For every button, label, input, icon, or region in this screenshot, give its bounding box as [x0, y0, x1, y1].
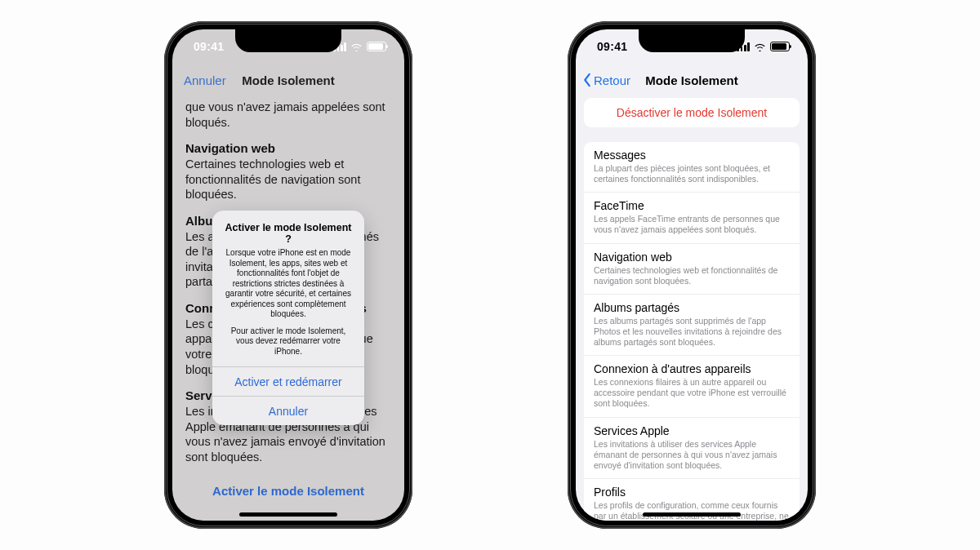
- item-title: Navigation web: [594, 251, 790, 264]
- wifi-icon: [350, 42, 363, 51]
- home-indicator[interactable]: [643, 512, 741, 517]
- item-title: Connexion à d'autres appareils: [594, 362, 790, 375]
- wifi-icon: [754, 42, 766, 51]
- alert-cancel-button[interactable]: Annuler: [212, 396, 364, 425]
- alert-confirm-button[interactable]: Activer et redémarrer: [212, 366, 364, 396]
- settings-item: Navigation web Certaines technologies we…: [584, 244, 800, 295]
- back-button[interactable]: Retour: [582, 73, 630, 87]
- notch: [639, 29, 745, 52]
- battery-icon: [770, 42, 790, 51]
- item-title: FaceTime: [594, 199, 790, 212]
- alert-text: Pour activer le mode Isolement, vous dev…: [222, 326, 354, 357]
- page-title: Mode Isolement: [645, 73, 737, 87]
- settings-item: Services Apple Les invitations à utilise…: [584, 418, 800, 479]
- item-body: Les invitations à utiliser des services …: [594, 439, 790, 471]
- item-body: La plupart des pièces jointes sont bloqu…: [594, 163, 790, 184]
- settings-item: Messages La plupart des pièces jointes s…: [584, 142, 800, 193]
- deactivate-button[interactable]: Désactiver le mode Isolement: [584, 98, 800, 127]
- alert-text: Lorsque votre iPhone est en mode Isoleme…: [222, 248, 354, 320]
- item-title: Messages: [594, 149, 790, 162]
- item-body: Les profils de configuration, comme ceux…: [594, 500, 790, 521]
- nav-bar: Retour Mode Isolement: [576, 64, 808, 96]
- item-title: Albums partagés: [594, 301, 790, 314]
- chevron-left-icon: [582, 73, 592, 87]
- phone-right: 09:41 Retour Mode Isolement Désactiver l: [568, 21, 816, 529]
- notch: [235, 29, 341, 52]
- home-indicator[interactable]: [239, 512, 337, 517]
- item-title: Services Apple: [594, 424, 790, 437]
- back-label: Retour: [594, 73, 630, 87]
- phone-left: 09:41 Annuler Mode Isolement que vous n'…: [164, 21, 412, 529]
- item-title: Profils: [594, 486, 790, 499]
- settings-item: FaceTime Les appels FaceTime entrants de…: [584, 193, 800, 243]
- status-time: 09:41: [194, 40, 224, 53]
- settings-item: Connexion à d'autres appareils Les conne…: [584, 356, 800, 417]
- settings-item: Albums partagés Les albums partagés sont…: [584, 295, 800, 356]
- item-body: Certaines technologies web et fonctionna…: [594, 265, 790, 286]
- status-time: 09:41: [597, 40, 627, 53]
- battery-icon: [367, 42, 386, 51]
- item-body: Les appels FaceTime entrants de personne…: [594, 214, 790, 235]
- item-body: Les albums partagés sont supprimés de l'…: [594, 316, 790, 348]
- settings-group: Messages La plupart des pièces jointes s…: [584, 142, 800, 521]
- item-body: Les connexions filaires à un autre appar…: [594, 377, 790, 409]
- alert-dialog: Activer le mode Isolement ? Lorsque votr…: [212, 211, 364, 425]
- alert-title: Activer le mode Isolement ?: [222, 222, 354, 245]
